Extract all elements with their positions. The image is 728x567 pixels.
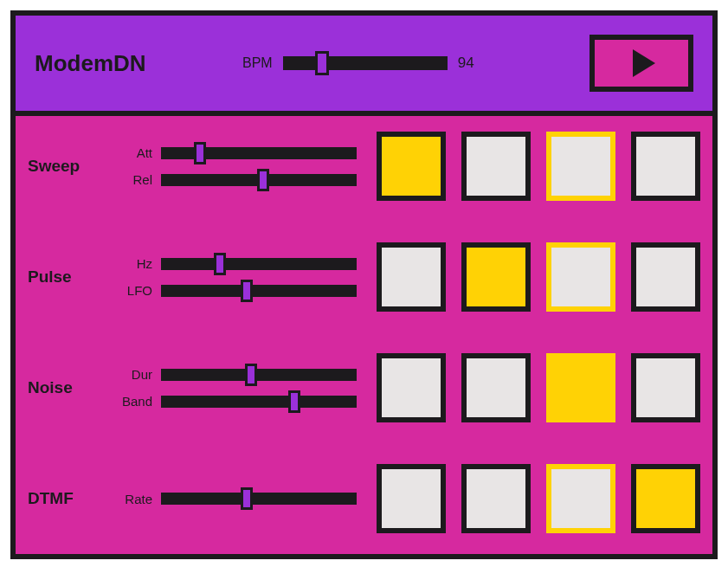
- track-name: Noise: [28, 378, 99, 397]
- param-row: LFO: [114, 283, 357, 298]
- step-cell[interactable]: [461, 464, 531, 533]
- param-label: Att: [114, 145, 152, 160]
- track-name: Pulse: [28, 267, 99, 287]
- step-cell[interactable]: [631, 132, 700, 201]
- param-slider-thumb[interactable]: [241, 280, 253, 302]
- param-row: Att: [114, 145, 357, 160]
- step-cell[interactable]: [377, 353, 446, 422]
- play-button[interactable]: [589, 35, 693, 92]
- param-row: Band: [114, 394, 357, 409]
- toolbar: ModemDN BPM 94: [16, 16, 712, 116]
- param-slider-thumb[interactable]: [288, 390, 300, 413]
- step-group: [372, 132, 700, 201]
- bpm-slider-thumb[interactable]: [315, 51, 329, 75]
- step-cell[interactable]: [377, 132, 446, 201]
- bpm-group: BPM 94: [242, 55, 474, 72]
- step-cell[interactable]: [461, 242, 531, 312]
- track-name: DTMF: [28, 489, 99, 508]
- param-label: Rate: [114, 492, 152, 506]
- param-label: Rel: [114, 172, 152, 187]
- param-group: HzLFO: [114, 256, 357, 298]
- step-cell[interactable]: [461, 132, 531, 201]
- track-row: PulseHzLFO: [28, 242, 700, 312]
- param-slider[interactable]: [161, 285, 357, 297]
- step-cell[interactable]: [546, 242, 615, 312]
- param-slider-thumb[interactable]: [194, 142, 206, 164]
- param-label: Hz: [114, 256, 152, 271]
- step-cell[interactable]: [377, 242, 446, 312]
- param-group: AttRel: [114, 145, 357, 187]
- step-cell[interactable]: [631, 242, 700, 312]
- play-icon: [633, 49, 655, 77]
- track-row: NoiseDurBand: [28, 353, 700, 422]
- app-title: ModemDN: [35, 50, 225, 77]
- param-slider-thumb[interactable]: [245, 364, 257, 386]
- param-slider[interactable]: [161, 174, 357, 186]
- param-slider[interactable]: [161, 369, 357, 381]
- bpm-value: 94: [458, 55, 474, 72]
- param-slider[interactable]: [161, 147, 357, 159]
- bpm-slider[interactable]: [283, 56, 448, 70]
- step-group: [372, 353, 700, 422]
- track-row: DTMFRate: [28, 464, 700, 533]
- param-label: Dur: [114, 367, 152, 382]
- step-cell[interactable]: [461, 353, 531, 422]
- bpm-label: BPM: [242, 55, 273, 71]
- step-cell[interactable]: [546, 132, 615, 201]
- app-frame: ModemDN BPM 94 SweepAttRelPulseHzLFONois…: [10, 10, 718, 559]
- param-row: Rel: [114, 172, 357, 187]
- param-slider-thumb[interactable]: [214, 253, 226, 275]
- step-cell[interactable]: [631, 464, 700, 533]
- param-slider-thumb[interactable]: [241, 487, 253, 510]
- param-row: Hz: [114, 256, 357, 271]
- param-label: Band: [114, 394, 152, 409]
- param-row: Dur: [114, 367, 357, 382]
- param-group: Rate: [114, 492, 357, 506]
- param-label: LFO: [114, 283, 152, 298]
- param-slider[interactable]: [161, 396, 357, 408]
- param-group: DurBand: [114, 367, 357, 409]
- step-cell[interactable]: [377, 464, 446, 533]
- step-cell[interactable]: [631, 353, 700, 422]
- tracks-panel: SweepAttRelPulseHzLFONoiseDurBandDTMFRat…: [16, 116, 712, 554]
- param-slider[interactable]: [161, 258, 357, 270]
- step-cell[interactable]: [546, 353, 615, 422]
- track-name: Sweep: [28, 157, 99, 176]
- step-group: [372, 242, 700, 312]
- step-cell[interactable]: [546, 464, 615, 533]
- step-group: [372, 464, 700, 533]
- param-slider-thumb[interactable]: [257, 169, 269, 191]
- track-row: SweepAttRel: [28, 132, 700, 201]
- param-slider[interactable]: [161, 493, 357, 505]
- param-row: Rate: [114, 492, 357, 506]
